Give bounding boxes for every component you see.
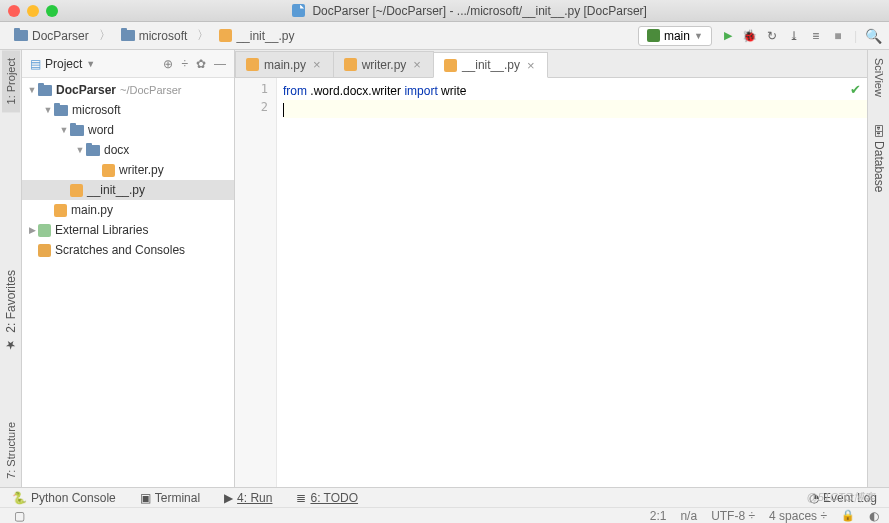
bottom-tool-bar: 🐍 Python Console ▣ Terminal ▶ 4: Run ≣ 6… (0, 487, 889, 507)
run-config-selector[interactable]: main ▼ (638, 26, 712, 46)
folder-icon (54, 105, 68, 116)
tab-label: writer.py (362, 58, 407, 72)
breadcrumb-label: microsoft (139, 29, 188, 43)
inspection-ok-icon[interactable]: ✔ (850, 82, 861, 97)
line-number: 2 (235, 100, 276, 118)
traffic-lights (8, 5, 58, 17)
navigation-bar: DocParser 〉 microsoft 〉 __init__.py main… (0, 22, 889, 50)
tree-file-selected[interactable]: __init__.py (22, 180, 234, 200)
watermark: @51CTO博客 (807, 490, 875, 505)
folder-icon (38, 85, 52, 96)
tree-label: writer.py (119, 163, 164, 177)
tool-tab-structure[interactable]: 7: Structure (2, 414, 20, 487)
status-indicator-icon[interactable]: ▢ (14, 509, 25, 523)
close-window-button[interactable] (8, 5, 20, 17)
tree-file[interactable]: main.py (22, 200, 234, 220)
cursor-position[interactable]: 2:1 (650, 509, 667, 523)
folder-icon (70, 125, 84, 136)
tool-tab-project[interactable]: 1: Project (2, 50, 20, 112)
expand-arrow-icon[interactable]: ▼ (42, 105, 54, 115)
breadcrumb-folder[interactable]: microsoft (115, 27, 194, 45)
breadcrumb-file[interactable]: __init__.py (213, 27, 300, 45)
close-tab-icon[interactable]: × (311, 57, 323, 72)
collapse-icon[interactable]: ÷ (181, 57, 188, 71)
expand-arrow-icon[interactable]: ▼ (74, 145, 86, 155)
run-config-label: main (664, 29, 690, 43)
chevron-down-icon[interactable]: ▼ (86, 59, 95, 69)
breadcrumb-root[interactable]: DocParser (8, 27, 95, 45)
line-number: 1 (235, 82, 276, 100)
concurrency-button[interactable]: ≡ (808, 28, 824, 44)
project-tree[interactable]: ▼ DocParser ~/DocParser ▼ microsoft ▼ wo… (22, 78, 234, 487)
tree-folder[interactable]: ▼ word (22, 120, 234, 140)
python-console-tab[interactable]: 🐍 Python Console (12, 491, 116, 505)
folder-icon (14, 30, 28, 41)
close-tab-icon[interactable]: × (411, 57, 423, 72)
python-file-icon (219, 29, 232, 42)
code-line[interactable]: from .word.docx.writer import write (283, 82, 867, 100)
chevron-right-icon: 〉 (197, 27, 209, 44)
editor-body[interactable]: 1 2 from .word.docx.writer import write … (235, 78, 867, 487)
tree-scratches[interactable]: Scratches and Consoles (22, 240, 234, 260)
minimize-window-button[interactable] (27, 5, 39, 17)
tree-project-root[interactable]: ▼ DocParser ~/DocParser (22, 80, 234, 100)
editor-tab[interactable]: main.py × (235, 51, 334, 77)
tree-label: word (88, 123, 114, 137)
expand-arrow-icon[interactable]: ▶ (26, 225, 38, 235)
zoom-window-button[interactable] (46, 5, 58, 17)
lock-icon[interactable]: 🔒 (841, 509, 855, 522)
identifier: write (441, 84, 466, 98)
editor-tab[interactable]: writer.py × (333, 51, 434, 77)
tree-external-libs[interactable]: ▶ External Libraries (22, 220, 234, 240)
tool-tab-favorites[interactable]: ★ 2: Favorites (1, 262, 21, 360)
tree-label: microsoft (72, 103, 121, 117)
window-title: DocParser [~/DocParser] - .../microsoft/… (58, 4, 881, 18)
keyword-from: from (283, 84, 307, 98)
gear-icon[interactable]: ✿ (196, 57, 206, 71)
coverage-button[interactable]: ↻ (764, 28, 780, 44)
python-file-icon (102, 164, 115, 177)
scratches-icon (38, 244, 51, 257)
line-sep[interactable]: n/a (680, 509, 697, 523)
python-file-icon (444, 59, 457, 72)
window-title-text: DocParser [~/DocParser] - .../microsoft/… (312, 4, 646, 18)
debug-button[interactable]: 🐞 (742, 28, 758, 44)
hide-icon[interactable]: — (214, 57, 226, 71)
breadcrumb-label: DocParser (32, 29, 89, 43)
status-bar: ▢ 2:1 n/a UTF-8 ÷ 4 spaces ÷ 🔒 ◐ (0, 507, 889, 523)
module-path: .word.docx.writer (310, 84, 401, 98)
expand-arrow-icon[interactable]: ▼ (26, 85, 38, 95)
project-panel-title: Project (45, 57, 82, 71)
tree-folder[interactable]: ▼ docx (22, 140, 234, 160)
indent-selector[interactable]: 4 spaces ÷ (769, 509, 827, 523)
search-button[interactable]: 🔍 (865, 28, 881, 44)
expand-arrow-icon[interactable]: ▼ (58, 125, 70, 135)
encoding-selector[interactable]: UTF-8 ÷ (711, 509, 755, 523)
todo-tab[interactable]: ≣ 6: TODO (296, 491, 358, 505)
stop-button[interactable]: ■ (830, 28, 846, 44)
tree-label: docx (104, 143, 129, 157)
editor-tab-active[interactable]: __init__.py × (433, 52, 548, 78)
project-panel-header: ▤ Project ▼ ⊕ ÷ ✿ — (22, 50, 234, 78)
python-file-icon (54, 204, 67, 217)
text-cursor (283, 103, 284, 117)
line-gutter: 1 2 (235, 78, 277, 487)
locate-icon[interactable]: ⊕ (163, 57, 173, 71)
code-line-current[interactable] (283, 100, 867, 118)
project-view-icon: ▤ (30, 57, 41, 71)
chevron-down-icon: ▼ (694, 31, 703, 41)
close-tab-icon[interactable]: × (525, 58, 537, 73)
tree-label: main.py (71, 203, 113, 217)
main-area: 1: Project ★ 2: Favorites 7: Structure ▤… (0, 50, 889, 487)
memory-indicator-icon[interactable]: ◐ (869, 509, 879, 523)
tree-file[interactable]: writer.py (22, 160, 234, 180)
profile-button[interactable]: ⤓ (786, 28, 802, 44)
tree-folder[interactable]: ▼ microsoft (22, 100, 234, 120)
run-button[interactable]: ▶ (720, 28, 736, 44)
code-area[interactable]: from .word.docx.writer import write (277, 78, 867, 487)
run-tab[interactable]: ▶ 4: Run (224, 491, 272, 505)
terminal-tab[interactable]: ▣ Terminal (140, 491, 200, 505)
keyword-import: import (404, 84, 437, 98)
tool-tab-sciview[interactable]: SciView (870, 50, 888, 105)
tool-tab-database[interactable]: 🗄 Database (869, 117, 889, 200)
